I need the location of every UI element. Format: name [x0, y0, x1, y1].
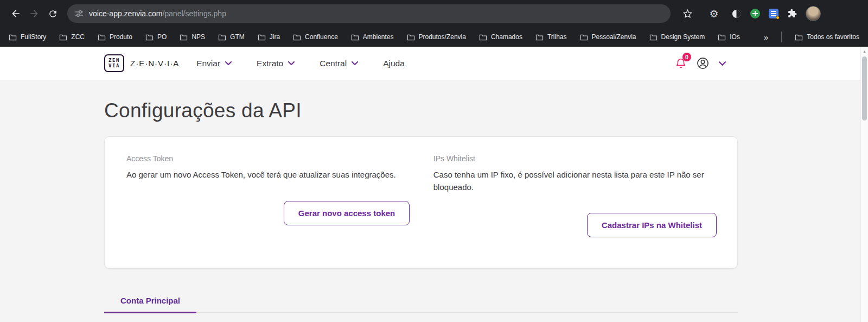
address-bar[interactable]: voice-app.zenvia.com/panel/settings.php	[67, 4, 671, 23]
access-token-label: Access Token	[126, 154, 410, 163]
notification-badge: 0	[682, 53, 691, 61]
bookmark-folder[interactable]: Pessoal/Zenvia	[580, 33, 636, 41]
zenvia-logo[interactable]: ZEN VIA	[104, 54, 124, 72]
access-token-description: Ao gerar um novo Access Token, você terá…	[126, 169, 410, 181]
site-info-icon[interactable]	[75, 9, 84, 18]
bookmarks-divider	[781, 31, 782, 42]
ip-whitelist-label: IPs Whitelist	[433, 154, 717, 163]
reload-button[interactable]	[43, 4, 62, 23]
forward-icon	[29, 8, 40, 19]
folder-icon	[180, 34, 188, 41]
bookmark-folder[interactable]: PO	[145, 33, 167, 41]
ip-whitelist-section: IPs Whitelist Caso tenha um IP fixo, é p…	[433, 154, 717, 252]
settings-gear-button[interactable]: ⚙	[705, 4, 723, 23]
scrollbar-thumb[interactable]	[862, 56, 867, 121]
folder-icon	[580, 34, 588, 41]
star-icon	[682, 9, 693, 19]
chevron-down-icon	[225, 61, 232, 65]
reload-icon	[48, 9, 58, 19]
generate-token-button[interactable]: Gerar novo access token	[284, 201, 410, 225]
forward-button[interactable]	[25, 4, 43, 23]
folder-icon	[145, 34, 154, 41]
folder-icon	[59, 34, 67, 41]
profile-avatar[interactable]	[806, 6, 821, 21]
blue-extension-button[interactable]	[769, 9, 778, 18]
folder-icon	[9, 34, 17, 41]
browser-chrome: voice-app.zenvia.com/panel/settings.php …	[0, 0, 868, 47]
back-button[interactable]	[7, 4, 25, 23]
folder-icon	[351, 34, 359, 41]
brand-wordmark: Z·E·N·V·I·A	[130, 59, 179, 68]
folder-icon	[293, 34, 301, 41]
extension-badge-dot	[776, 16, 780, 20]
account-icon	[696, 56, 710, 70]
bookmark-folder[interactable]: FullStory	[9, 33, 46, 41]
all-bookmarks-button[interactable]: Todos os favoritos	[795, 33, 859, 41]
toolbar-actions: ⚙	[678, 4, 821, 23]
bookmark-folder[interactable]: ZCC	[59, 33, 85, 41]
page-title: Configurações da API	[104, 99, 860, 122]
bookmark-star-button[interactable]	[678, 4, 697, 23]
access-token-section: Access Token Ao gerar um novo Access Tok…	[126, 154, 410, 252]
folder-icon	[718, 34, 726, 41]
account-button[interactable]	[696, 56, 710, 70]
notifications-button[interactable]: 0	[675, 58, 687, 70]
register-whitelist-button[interactable]: Cadastrar IPs na Whitelist	[587, 213, 717, 237]
folder-icon	[479, 34, 487, 41]
bookmark-folder[interactable]: Produtos/Zenvia	[407, 33, 466, 41]
app-header: ZEN VIA Z·E·N·V·I·A Enviar Extrato Centr…	[0, 47, 860, 80]
chevron-down-icon	[719, 61, 726, 66]
contrast-extension-button[interactable]	[731, 9, 742, 19]
bookmark-folder[interactable]: Ambientes	[351, 33, 394, 41]
bookmark-folder[interactable]: Design System	[649, 33, 705, 41]
back-icon	[10, 8, 21, 19]
nav-item-extrato[interactable]: Extrato	[257, 59, 295, 68]
api-settings-card: Access Token Ao gerar um novo Access Tok…	[104, 136, 738, 269]
bookmark-folder[interactable]: IOs	[718, 33, 740, 41]
account-menu-button[interactable]	[719, 61, 726, 66]
bookmark-folder[interactable]: Confluence	[293, 33, 338, 41]
tab-conta-principal[interactable]: Conta Principal	[104, 289, 196, 313]
bookmark-folder[interactable]: Trilhas	[535, 33, 567, 41]
bookmark-folder[interactable]: GTM	[218, 33, 245, 41]
nav-item-central[interactable]: Central	[320, 59, 358, 68]
chevron-down-icon	[352, 61, 358, 65]
main-nav: Enviar Extrato Central Ajuda	[196, 59, 405, 68]
folder-icon	[649, 34, 658, 41]
bookmark-folder[interactable]: Produto	[98, 33, 132, 41]
bookmark-folder[interactable]: NPS	[180, 33, 205, 41]
header-actions: 0	[675, 56, 726, 70]
folder-icon	[407, 34, 415, 41]
bookmarks-bar: FullStory ZCC Produto PO NPS GTM Jira Co…	[0, 27, 868, 47]
bookmark-folder[interactable]: Chamados	[479, 33, 522, 41]
folder-icon	[98, 34, 106, 41]
page-scrollbar[interactable]: ▲	[860, 47, 868, 322]
ip-whitelist-description: Caso tenha um IP fixo, é possível adicio…	[433, 169, 717, 193]
green-plus-icon	[750, 8, 761, 19]
url-text: voice-app.zenvia.com/panel/settings.php	[89, 9, 226, 18]
folder-icon	[258, 34, 266, 41]
nav-item-enviar[interactable]: Enviar	[196, 59, 232, 68]
folder-icon	[795, 34, 803, 41]
account-tabs: Conta Principal	[104, 288, 738, 313]
folder-icon	[218, 34, 226, 41]
bookmarks-overflow-button[interactable]: »	[764, 33, 768, 42]
add-extension-button[interactable]	[750, 8, 761, 19]
half-circle-icon	[731, 9, 742, 19]
puzzle-icon	[787, 8, 797, 19]
chevron-down-icon	[288, 61, 295, 65]
nav-item-ajuda[interactable]: Ajuda	[383, 59, 405, 68]
extension-glyph	[771, 13, 776, 14]
settings-page: Configurações da API Access Token Ao ger…	[0, 80, 860, 322]
bookmark-folder[interactable]: Jira	[258, 33, 280, 41]
folder-icon	[535, 34, 544, 41]
browser-toolbar: voice-app.zenvia.com/panel/settings.php …	[0, 0, 868, 27]
scrollbar-up-arrow[interactable]: ▲	[861, 47, 868, 53]
gear-icon: ⚙	[709, 9, 718, 19]
extensions-menu-button[interactable]	[787, 8, 797, 19]
